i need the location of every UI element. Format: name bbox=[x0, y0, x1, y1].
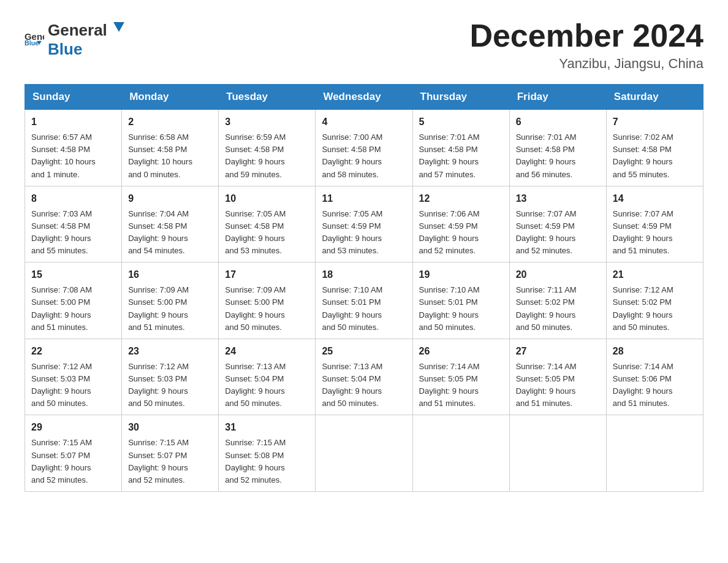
day-cell bbox=[412, 415, 509, 492]
week-row-5: 29 Sunrise: 7:15 AMSunset: 5:07 PMDaylig… bbox=[25, 415, 703, 492]
day-cell: 17 Sunrise: 7:09 AMSunset: 5:00 PMDaylig… bbox=[219, 262, 316, 339]
day-number: 19 bbox=[419, 267, 503, 282]
day-info: Sunrise: 7:12 AMSunset: 5:02 PMDaylight:… bbox=[613, 284, 697, 334]
day-cell: 20 Sunrise: 7:11 AMSunset: 5:02 PMDaylig… bbox=[509, 262, 606, 339]
day-cell: 28 Sunrise: 7:14 AMSunset: 5:06 PMDaylig… bbox=[606, 339, 703, 415]
col-saturday: Saturday bbox=[606, 85, 703, 110]
week-row-3: 15 Sunrise: 7:08 AMSunset: 5:00 PMDaylig… bbox=[25, 262, 703, 339]
day-cell: 30 Sunrise: 7:15 AMSunset: 5:07 PMDaylig… bbox=[122, 415, 219, 492]
day-number: 29 bbox=[31, 420, 115, 435]
day-number: 26 bbox=[419, 344, 503, 359]
week-row-2: 8 Sunrise: 7:03 AMSunset: 4:58 PMDayligh… bbox=[25, 186, 703, 262]
header-row: Sunday Monday Tuesday Wednesday Thursday… bbox=[25, 85, 703, 110]
day-info: Sunrise: 7:14 AMSunset: 5:05 PMDaylight:… bbox=[419, 361, 503, 410]
day-cell: 13 Sunrise: 7:07 AMSunset: 4:59 PMDaylig… bbox=[509, 186, 606, 262]
day-number: 11 bbox=[322, 191, 406, 206]
calendar-header: Sunday Monday Tuesday Wednesday Thursday… bbox=[25, 85, 703, 110]
day-info: Sunrise: 7:12 AMSunset: 5:03 PMDaylight:… bbox=[128, 361, 212, 410]
col-tuesday: Tuesday bbox=[219, 85, 316, 110]
logo-text-general: General bbox=[48, 21, 107, 40]
day-cell: 8 Sunrise: 7:03 AMSunset: 4:58 PMDayligh… bbox=[25, 186, 122, 262]
day-number: 15 bbox=[31, 267, 115, 282]
week-row-4: 22 Sunrise: 7:12 AMSunset: 5:03 PMDaylig… bbox=[25, 339, 703, 415]
col-monday: Monday bbox=[122, 85, 219, 110]
day-cell: 15 Sunrise: 7:08 AMSunset: 5:00 PMDaylig… bbox=[25, 262, 122, 339]
day-info: Sunrise: 7:01 AMSunset: 4:58 PMDaylight:… bbox=[516, 131, 600, 181]
day-number: 6 bbox=[516, 115, 600, 129]
day-number: 3 bbox=[225, 115, 309, 129]
calendar-body: 1 Sunrise: 6:57 AMSunset: 4:58 PMDayligh… bbox=[25, 110, 703, 492]
day-number: 13 bbox=[516, 191, 600, 206]
day-cell: 19 Sunrise: 7:10 AMSunset: 5:01 PMDaylig… bbox=[412, 262, 509, 339]
day-cell: 10 Sunrise: 7:05 AMSunset: 4:58 PMDaylig… bbox=[219, 186, 316, 262]
day-cell bbox=[316, 415, 412, 492]
day-cell: 12 Sunrise: 7:06 AMSunset: 4:59 PMDaylig… bbox=[412, 186, 509, 262]
day-number: 18 bbox=[322, 267, 406, 282]
day-info: Sunrise: 7:11 AMSunset: 5:02 PMDaylight:… bbox=[516, 284, 600, 334]
day-cell: 1 Sunrise: 6:57 AMSunset: 4:58 PMDayligh… bbox=[25, 110, 122, 186]
day-info: Sunrise: 7:00 AMSunset: 4:58 PMDaylight:… bbox=[322, 131, 406, 181]
day-number: 10 bbox=[225, 191, 309, 206]
day-info: Sunrise: 7:09 AMSunset: 5:00 PMDaylight:… bbox=[128, 284, 212, 334]
day-info: Sunrise: 7:13 AMSunset: 5:04 PMDaylight:… bbox=[322, 361, 406, 410]
day-cell: 7 Sunrise: 7:02 AMSunset: 4:58 PMDayligh… bbox=[606, 110, 703, 186]
day-cell: 23 Sunrise: 7:12 AMSunset: 5:03 PMDaylig… bbox=[122, 339, 219, 415]
day-info: Sunrise: 7:10 AMSunset: 5:01 PMDaylight:… bbox=[322, 284, 406, 334]
day-number: 4 bbox=[322, 115, 406, 129]
title-area: December 2024 Yanzibu, Jiangsu, China bbox=[469, 18, 703, 72]
day-info: Sunrise: 7:12 AMSunset: 5:03 PMDaylight:… bbox=[31, 361, 115, 410]
day-cell bbox=[509, 415, 606, 492]
day-number: 7 bbox=[613, 115, 697, 129]
day-info: Sunrise: 7:15 AMSunset: 5:07 PMDaylight:… bbox=[128, 437, 212, 486]
logo-triangle-icon bbox=[108, 18, 126, 36]
day-info: Sunrise: 7:15 AMSunset: 5:07 PMDaylight:… bbox=[31, 437, 115, 486]
col-sunday: Sunday bbox=[25, 85, 122, 110]
logo: General Blue General Blue bbox=[25, 18, 127, 59]
day-number: 5 bbox=[419, 115, 503, 129]
day-cell: 11 Sunrise: 7:05 AMSunset: 4:59 PMDaylig… bbox=[316, 186, 412, 262]
day-info: Sunrise: 6:59 AMSunset: 4:58 PMDaylight:… bbox=[225, 131, 309, 181]
month-title: December 2024 bbox=[469, 18, 703, 53]
day-cell: 6 Sunrise: 7:01 AMSunset: 4:58 PMDayligh… bbox=[509, 110, 606, 186]
day-number: 20 bbox=[516, 267, 600, 282]
day-info: Sunrise: 6:58 AMSunset: 4:58 PMDaylight:… bbox=[128, 131, 212, 181]
day-cell: 2 Sunrise: 6:58 AMSunset: 4:58 PMDayligh… bbox=[122, 110, 219, 186]
day-number: 25 bbox=[322, 344, 406, 359]
day-number: 14 bbox=[613, 191, 697, 206]
logo-icon: General Blue bbox=[25, 29, 44, 48]
day-number: 1 bbox=[31, 115, 115, 129]
day-info: Sunrise: 7:10 AMSunset: 5:01 PMDaylight:… bbox=[419, 284, 503, 334]
day-number: 28 bbox=[613, 344, 697, 359]
day-info: Sunrise: 7:01 AMSunset: 4:58 PMDaylight:… bbox=[419, 131, 503, 181]
day-cell: 18 Sunrise: 7:10 AMSunset: 5:01 PMDaylig… bbox=[316, 262, 412, 339]
day-number: 23 bbox=[128, 344, 212, 359]
day-number: 30 bbox=[128, 420, 212, 435]
day-number: 12 bbox=[419, 191, 503, 206]
day-cell: 26 Sunrise: 7:14 AMSunset: 5:05 PMDaylig… bbox=[412, 339, 509, 415]
day-cell: 22 Sunrise: 7:12 AMSunset: 5:03 PMDaylig… bbox=[25, 339, 122, 415]
day-cell: 27 Sunrise: 7:14 AMSunset: 5:05 PMDaylig… bbox=[509, 339, 606, 415]
day-number: 16 bbox=[128, 267, 212, 282]
day-number: 31 bbox=[225, 420, 309, 435]
day-number: 22 bbox=[31, 344, 115, 359]
day-cell: 24 Sunrise: 7:13 AMSunset: 5:04 PMDaylig… bbox=[219, 339, 316, 415]
day-cell: 5 Sunrise: 7:01 AMSunset: 4:58 PMDayligh… bbox=[412, 110, 509, 186]
day-cell: 14 Sunrise: 7:07 AMSunset: 4:59 PMDaylig… bbox=[606, 186, 703, 262]
day-info: Sunrise: 7:02 AMSunset: 4:58 PMDaylight:… bbox=[613, 131, 697, 181]
day-info: Sunrise: 7:13 AMSunset: 5:04 PMDaylight:… bbox=[225, 361, 309, 410]
day-cell bbox=[606, 415, 703, 492]
day-info: Sunrise: 7:08 AMSunset: 5:00 PMDaylight:… bbox=[31, 284, 115, 334]
day-info: Sunrise: 6:57 AMSunset: 4:58 PMDaylight:… bbox=[31, 131, 115, 181]
day-info: Sunrise: 7:07 AMSunset: 4:59 PMDaylight:… bbox=[516, 208, 600, 258]
day-cell: 9 Sunrise: 7:04 AMSunset: 4:58 PMDayligh… bbox=[122, 186, 219, 262]
day-info: Sunrise: 7:05 AMSunset: 4:58 PMDaylight:… bbox=[225, 208, 309, 258]
day-info: Sunrise: 7:15 AMSunset: 5:08 PMDaylight:… bbox=[225, 437, 309, 486]
day-cell: 16 Sunrise: 7:09 AMSunset: 5:00 PMDaylig… bbox=[122, 262, 219, 339]
day-cell: 31 Sunrise: 7:15 AMSunset: 5:08 PMDaylig… bbox=[219, 415, 316, 492]
day-number: 9 bbox=[128, 191, 212, 206]
day-info: Sunrise: 7:07 AMSunset: 4:59 PMDaylight:… bbox=[613, 208, 697, 258]
day-cell: 21 Sunrise: 7:12 AMSunset: 5:02 PMDaylig… bbox=[606, 262, 703, 339]
week-row-1: 1 Sunrise: 6:57 AMSunset: 4:58 PMDayligh… bbox=[25, 110, 703, 186]
day-cell: 3 Sunrise: 6:59 AMSunset: 4:58 PMDayligh… bbox=[219, 110, 316, 186]
page-header: General Blue General Blue December 2024 … bbox=[25, 18, 703, 72]
